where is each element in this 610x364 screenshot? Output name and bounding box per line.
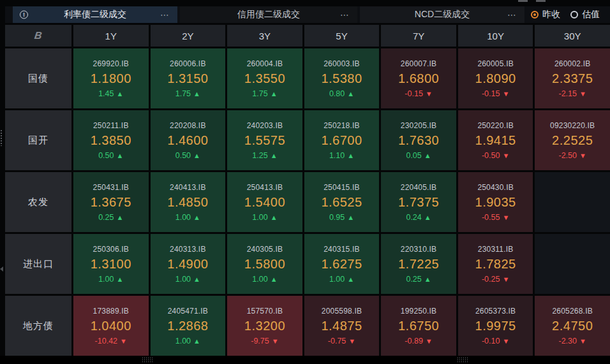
change-line: -2.15▼ [559,89,586,98]
quote-cell[interactable]: 260006.IB1.31501.75▲ [151,48,226,108]
quote-cell[interactable]: 250415.IB1.65250.95▲ [304,172,380,232]
quote-cell[interactable]: 220208.IB1.46000.50▲ [151,110,226,170]
quote-cell[interactable]: 2405471.IB1.28681.00▲ [151,296,226,356]
up-arrow-icon: ▲ [424,214,431,221]
bond-code: 250220.IB [477,121,514,130]
change-line: 1.25▲ [252,151,277,160]
yield-value: 1.8090 [475,71,516,86]
change-value: 1.45 [98,89,114,98]
down-arrow-icon: ▼ [579,337,586,345]
change-value: 1.00 [252,275,267,284]
tab-label: NCD二级成交 [415,9,470,20]
tab-rate-bond-trades[interactable]: ! 利率债二级成交 ⋯ [13,6,177,23]
splitter-grip-icon[interactable] [457,357,468,362]
quote-cell[interactable]: 2605373.IB1.9975-0.10▼ [458,296,533,356]
change-line: 1.00▲ [175,337,200,346]
quote-cell[interactable]: 2005598.IB1.4875-0.75▼ [304,296,380,356]
change-value: 0.95 [329,213,345,222]
quote-cell[interactable]: 260002.IB2.3375-2.15▼ [535,48,610,108]
change-value: 1.00 [252,213,267,222]
change-value: -0.75 [328,337,346,346]
quote-cell[interactable]: 250431.IB1.36750.25▲ [73,172,149,232]
window-control-artifact [518,0,528,2]
change-line: 0.80▲ [329,89,354,98]
quote-cell[interactable]: 260004.IB1.35501.75▲ [227,48,302,108]
change-value: 1.25 [252,151,267,160]
yield-value: 1.9415 [475,133,516,148]
up-arrow-icon: ▲ [193,275,200,283]
quote-cell[interactable]: 250413.IB1.54001.00▲ [227,172,302,232]
tab-ncd-trades[interactable]: NCD二级成交 ⋯ [360,6,524,23]
quote-cell[interactable]: 250306.IB1.31001.00▲ [73,234,149,294]
quote-cell[interactable]: 250211.IB1.38500.50▲ [73,110,149,170]
quote-cell[interactable]: 240315.IB1.62751.00▲ [304,234,380,294]
tab-menu-icon[interactable]: ⋯ [160,10,170,20]
quote-cell[interactable]: 220405.IB1.73750.24▲ [381,172,456,232]
change-value: -0.15 [405,89,423,98]
qb-logo-icon: B [34,30,43,41]
tab-credit-bond-trades[interactable]: 信用债二级成交 ⋯ [180,6,357,23]
row-label: 国债 [5,48,71,108]
yield-value: 1.7630 [398,133,439,148]
change-line: 1.45▲ [98,89,123,98]
quote-cell[interactable]: 157570.IB1.3200-9.75▼ [227,296,302,356]
radio-valuation[interactable]: 估值 [570,9,600,20]
bond-code: 2005598.IB [322,307,362,316]
tab-menu-icon[interactable]: ⋯ [340,10,350,20]
yield-value: 1.4600 [167,133,208,148]
down-arrow-icon: ▼ [579,152,586,159]
change-value: 1.75 [252,89,267,98]
yield-value: 1.6525 [321,195,362,210]
up-arrow-icon: ▲ [117,275,124,283]
info-icon[interactable]: ! [20,11,28,19]
quote-cell[interactable]: 240313.IB1.49001.00▲ [151,234,226,294]
yield-value: 1.5800 [244,257,285,272]
tab-menu-icon[interactable]: ⋯ [507,10,517,20]
change-value: -2.15 [559,89,577,98]
quote-cell[interactable]: 199250.IB1.6750-0.89▼ [381,296,456,356]
quote-cell[interactable]: 173889.IB1.0400-10.42▼ [73,296,149,356]
change-line: 0.24▲ [406,213,431,222]
quote-cell[interactable]: 240413.IB1.48501.00▲ [151,172,226,232]
column-header-30y: 30Y [535,25,610,47]
change-value: -0.25 [482,275,500,284]
quote-cell[interactable]: 260003.IB1.53800.80▲ [304,48,380,108]
change-line: -2.30▼ [559,337,586,346]
quote-cell[interactable]: 2605268.IB2.4750-2.30▼ [535,296,610,356]
quote-cell[interactable]: 230311.IB1.7825-0.25▼ [458,234,533,294]
change-line: -10.42▼ [95,337,127,346]
bond-code: 2405471.IB [168,307,208,316]
change-line: 1.00▲ [175,275,200,284]
change-value: 1.00 [175,275,191,284]
change-line: 1.00▲ [252,275,277,284]
yield-value: 1.6275 [321,257,362,272]
change-line: -0.15▼ [482,89,509,98]
quote-cell[interactable]: 220310.IB1.72250.25▲ [381,234,456,294]
down-arrow-icon: ▼ [502,275,509,283]
quote-cell[interactable]: 260005.IB1.8090-0.15▼ [458,48,533,108]
quote-cell[interactable]: 260007.IB1.6800-0.15▼ [381,48,456,108]
bond-code: 230205.IB [401,121,437,130]
app-window: ! 利率债二级成交 ⋯ 信用债二级成交 ⋯ NCD二级成交 ⋯ 昨收 估值 B1… [0,0,610,364]
change-line: -0.89▼ [405,337,432,346]
bond-code: 230311.IB [478,245,514,254]
quote-cell[interactable]: 09230220.IB2.2525-2.50▼ [535,110,610,170]
bond-code: 2605268.IB [553,307,593,316]
left-collapse-arrow-icon[interactable] [0,266,3,272]
quote-cell[interactable]: 269920.IB1.18001.45▲ [73,48,149,108]
splitter-grip-icon[interactable] [142,357,152,362]
quote-cell[interactable]: 250430.IB1.9035-0.55▼ [458,172,533,232]
quote-cell[interactable]: 250220.IB1.9415-0.50▼ [458,110,533,170]
left-edge-grip-icon[interactable] [0,129,3,146]
quote-cell[interactable]: 240203.IB1.55751.25▲ [227,110,302,170]
bond-code: 260006.IB [170,59,206,68]
down-arrow-icon: ▼ [502,337,509,345]
quote-cell[interactable]: 230205.IB1.76300.05▲ [381,110,456,170]
quote-cell[interactable]: 250218.IB1.67001.10▲ [304,110,380,170]
yield-value: 1.9035 [475,195,516,210]
radio-prev-close[interactable]: 昨收 [531,9,560,20]
change-value: -0.89 [405,337,423,346]
change-value: 0.80 [329,89,345,98]
quote-cell[interactable]: 240305.IB1.58001.00▲ [227,234,302,294]
column-header-1y: 1Y [73,25,149,47]
